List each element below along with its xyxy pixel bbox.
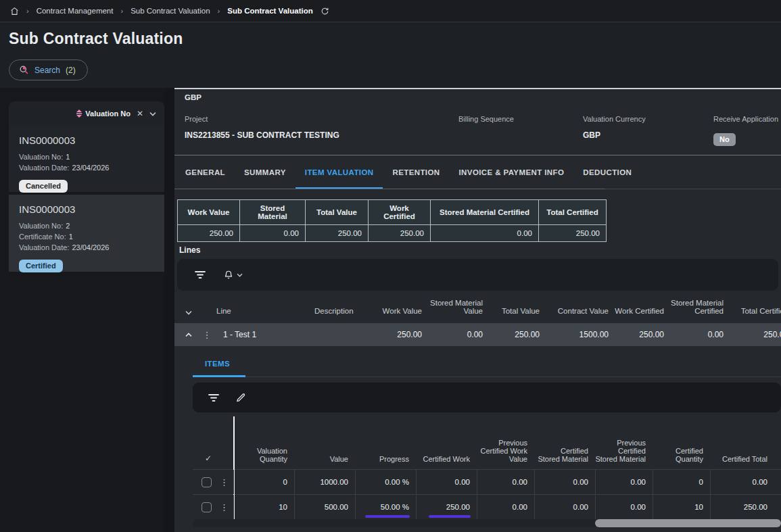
row-menu-icon[interactable]: ⋮ — [203, 330, 212, 340]
totals-value: 250.00 — [369, 224, 431, 241]
totals-value: 250.00 — [306, 224, 369, 241]
chevron-down-icon — [237, 273, 243, 277]
totals-value-row: 250.00 0.00 250.00 250.00 0.00 250.00 — [178, 224, 606, 241]
chevron-right-icon: › — [120, 7, 123, 15]
filter-icon[interactable] — [208, 393, 219, 402]
field-receive-application: Receive Application No — [713, 115, 778, 146]
items-header-valuation-quantity: Valuation Quantity — [233, 447, 294, 463]
bell-icon — [224, 270, 233, 280]
items-table: ✓ Valuation Quantity Value Progress Cert… — [193, 416, 781, 519]
tab-invoice-payment-info[interactable]: INVOICE & PAYMENT INFO — [450, 155, 574, 189]
lines-header-work-certified: Work Certified — [614, 307, 669, 315]
filter-icon[interactable] — [195, 270, 206, 279]
valuation-card-1[interactable]: INS0000003 Valuation No:1 Valuation Date… — [9, 126, 164, 192]
chevron-right-icon: › — [26, 7, 29, 15]
totals-header-row: Work Value Stored Material Total Value W… — [178, 200, 606, 224]
search-button[interactable]: Search (2) — [9, 59, 88, 80]
line-cell-work-certified: 250.00 — [614, 330, 669, 339]
item-cell-certified-work: 250.00 — [416, 495, 477, 519]
lines-header-contract-value: Contract Value — [545, 307, 614, 315]
line-cell-stored-material-value: 0.00 — [427, 330, 488, 339]
lines-table: Line Description Work Value Stored Mater… — [174, 296, 781, 346]
lines-header-stored-material-value: Stored Material Value — [427, 299, 488, 315]
item-cell-certified-quantity: 10 — [653, 495, 710, 519]
items-header-certified-work: Certified Work — [416, 455, 477, 463]
sort-control[interactable]: Valuation No — [76, 110, 131, 118]
horizontal-scrollbar-thumb[interactable] — [595, 519, 781, 527]
item-cell-valuation-quantity: 0 — [233, 470, 294, 494]
item-cell-progress: 50.00 % — [355, 495, 416, 519]
items-header-certified-stored-material: Certified Stored Material — [534, 447, 595, 463]
lines-header-stored-material-certified: Stored Material Certified — [669, 299, 729, 315]
select-all-check-icon[interactable]: ✓ — [205, 454, 212, 463]
valuation-list-sidebar: Valuation No ✕ INS0000003 Valuation No:1… — [0, 88, 164, 532]
tab-deduction[interactable]: DEDUCTION — [573, 155, 641, 189]
totals-header: Total Value — [306, 200, 369, 224]
notifications-control[interactable] — [224, 270, 243, 280]
valuation-card-2[interactable]: INS0000003 Valuation No:2 Certificate No… — [9, 195, 164, 272]
refresh-icon[interactable] — [321, 7, 329, 16]
tab-retention[interactable]: RETENTION — [383, 155, 449, 189]
items-toolbar — [193, 383, 781, 412]
valuation-detail-panel: GBP Project INS2213855 - SUB CONTRACT TE… — [174, 88, 781, 532]
line-cell-work-value: 250.00 — [377, 330, 427, 339]
clear-sort-icon[interactable]: ✕ — [137, 110, 143, 118]
lines-header-total-certified: Total Certified — [729, 307, 781, 315]
item-cell-progress: 0.00 % — [355, 470, 416, 494]
list-sort-header: Valuation No ✕ — [9, 101, 164, 126]
items-header-certified-total: Certified Total — [710, 455, 774, 463]
item-cell-previous-certified-stored-material: 0.00 — [595, 495, 653, 519]
totals-header: Work Value — [178, 200, 240, 224]
breadcrumb-item-sub-contract-valuation[interactable]: Sub Contract Valuation — [131, 7, 210, 15]
totals-header: Work Certified — [369, 200, 431, 224]
items-tabbar: ITEMS — [193, 353, 781, 377]
chevron-right-icon: › — [218, 7, 220, 15]
item-cell-previous-certified-work-value: 0.00 — [477, 470, 534, 494]
line-cell-contract-value: 1500.00 — [545, 330, 614, 339]
row-checkbox[interactable] — [202, 477, 212, 487]
field-label: Billing Sequence — [458, 115, 514, 123]
currency-value-top: GBP — [185, 93, 202, 101]
item-cell-value: 500.00 — [294, 495, 355, 519]
valuation-card-id: INS0000003 — [19, 203, 154, 215]
line-cell-line: 1 - Test 1 — [216, 330, 314, 339]
chevron-down-icon[interactable] — [180, 310, 197, 315]
item-row-2[interactable]: ⋮ 10 500.00 50.00 % 250.00 0.00 0.00 0.0… — [193, 494, 781, 519]
items-panel: ITEMS ✓ Valuation Quantity Value Pr — [193, 353, 781, 519]
valuation-date-row: Valuation Date:23/04/2026 — [19, 243, 154, 253]
search-button-label: Search — [34, 66, 60, 75]
totals-value: 0.00 — [431, 224, 539, 241]
chevron-down-icon[interactable] — [149, 112, 156, 116]
row-menu-icon[interactable]: ⋮ — [220, 477, 229, 487]
items-header-previous-certified-stored-material: Previous Certified Stored Material — [595, 439, 653, 463]
tab-items[interactable]: ITEMS — [205, 360, 230, 368]
line-row[interactable]: ⋮ 1 - Test 1 250.00 0.00 250.00 1500.00 … — [174, 323, 781, 346]
search-result-count: (2) — [66, 66, 76, 75]
breadcrumb-item-contract-management[interactable]: Contract Management — [37, 7, 114, 15]
row-checkbox[interactable] — [202, 502, 212, 512]
certificate-no-row: Certificate No:1 — [19, 232, 154, 243]
field-valuation-currency: Valuation Currency GBP — [583, 115, 646, 140]
row-menu-icon[interactable]: ⋮ — [220, 502, 229, 512]
page-header: Sub Contract Valuation Search (2) — [0, 22, 781, 88]
item-row-1[interactable]: ⋮ 0 1000.00 0.00 % 0.00 0.00 0.00 0.00 0… — [193, 469, 781, 494]
item-cell-previous-certified-work-value: 0.00 — [477, 495, 534, 519]
items-header-value: Value — [294, 455, 355, 463]
items-header-row: ✓ Valuation Quantity Value Progress Cert… — [193, 416, 781, 469]
lines-header-work-value: Work Value — [377, 307, 427, 315]
status-badge: Cancelled — [19, 180, 68, 193]
detail-tabbar: GENERAL SUMMARY ITEM VALUATION RETENTION… — [174, 155, 781, 189]
home-icon[interactable] — [10, 7, 19, 16]
valuation-date-row: Valuation Date:23/04/2026 — [19, 163, 154, 174]
tab-item-valuation[interactable]: ITEM VALUATION — [295, 155, 383, 189]
tab-summary[interactable]: SUMMARY — [235, 155, 295, 189]
tab-general[interactable]: GENERAL — [176, 155, 235, 189]
lines-toolbar — [177, 259, 778, 291]
horizontal-scrollbar — [193, 519, 781, 527]
valuation-card-id: INS0000003 — [19, 135, 154, 146]
valuation-no-row: Valuation No:2 — [19, 221, 154, 232]
edit-pencil-icon[interactable] — [236, 393, 246, 403]
collapse-chevron-icon[interactable] — [180, 333, 197, 337]
tabbar-underline — [174, 189, 605, 189]
field-value: INS2213855 - SUB CONTRACT TESTING — [185, 130, 339, 140]
